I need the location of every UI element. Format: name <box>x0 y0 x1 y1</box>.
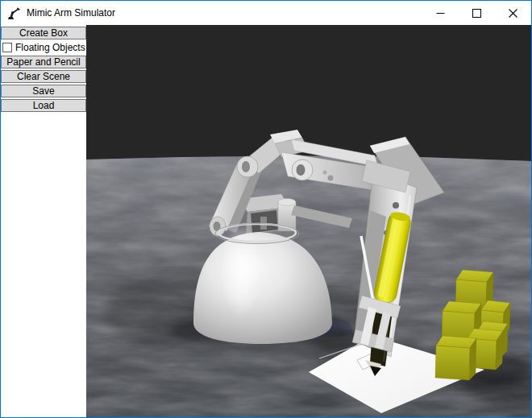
robot-arm-icon <box>7 6 21 20</box>
app-icon <box>7 6 21 20</box>
close-button[interactable] <box>495 1 531 25</box>
3d-viewport[interactable] <box>86 25 531 417</box>
sidebar: Create Box Floating Objects Paper and Pe… <box>1 25 86 417</box>
window-controls <box>422 1 531 25</box>
create-box-button[interactable]: Create Box <box>1 27 86 39</box>
window-title: Mimic Arm Simulator <box>27 7 115 19</box>
app-window: Mimic Arm Simulator Create Box <box>0 0 532 418</box>
window-content: Create Box Floating Objects Paper and Pe… <box>1 25 531 417</box>
minimize-icon <box>436 9 445 18</box>
maximize-button[interactable] <box>459 1 495 25</box>
save-button[interactable]: Save <box>1 85 86 97</box>
box <box>435 336 476 380</box>
titlebar[interactable]: Mimic Arm Simulator <box>1 1 531 25</box>
floating-objects-checkbox[interactable] <box>2 43 12 52</box>
paper-and-pencil-button[interactable]: Paper and Pencil <box>1 56 86 68</box>
close-icon <box>509 9 517 18</box>
floating-objects-row[interactable]: Floating Objects <box>1 41 86 54</box>
minimize-button[interactable] <box>422 1 459 25</box>
clear-scene-button[interactable]: Clear Scene <box>1 70 86 83</box>
floating-objects-label: Floating Objects <box>15 42 85 53</box>
load-button[interactable]: Load <box>1 99 86 112</box>
maximize-icon <box>472 9 481 18</box>
